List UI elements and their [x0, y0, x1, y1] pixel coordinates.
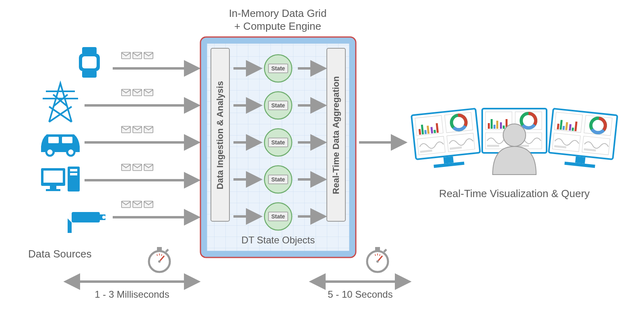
- svg-rect-30: [82, 70, 97, 78]
- visualization-workstation: [411, 109, 617, 175]
- ingestion-box-label: Data Ingestion & Analysis: [215, 81, 225, 189]
- data-sources-label: Data Sources: [28, 248, 92, 260]
- power-tower-icon: [43, 83, 78, 122]
- svg-rect-32: [82, 56, 97, 68]
- svg-rect-46: [72, 212, 100, 222]
- source-arrows: [85, 52, 196, 217]
- smartwatch-icon: [79, 47, 100, 78]
- svg-text:State: State: [271, 65, 285, 72]
- svg-rect-29: [82, 47, 97, 54]
- svg-rect-36: [62, 137, 72, 143]
- svg-point-48: [102, 216, 105, 219]
- svg-rect-42: [46, 189, 60, 191]
- data-sources-column: Data Sources: [28, 47, 105, 260]
- car-icon: [41, 134, 80, 156]
- svg-rect-45: [70, 173, 77, 175]
- timing-left-label: 1 - 3 Milliseconds: [95, 289, 169, 300]
- svg-rect-35: [48, 137, 59, 143]
- svg-text:State: State: [271, 213, 285, 220]
- svg-text:State: State: [271, 102, 285, 109]
- visualization-label: Real-Time Visualization & Query: [439, 187, 590, 200]
- svg-rect-44: [70, 169, 77, 171]
- svg-point-37: [46, 148, 54, 156]
- state-objects-label: DT State Objects: [242, 235, 315, 245]
- grid-title-line2: + Compute Engine: [234, 20, 321, 32]
- stopwatch-icon: [367, 247, 388, 272]
- security-camera-icon: [68, 212, 105, 233]
- svg-text:State: State: [271, 139, 285, 146]
- grid-title-line1: In-Memory Data Grid: [229, 7, 327, 19]
- svg-rect-41: [50, 186, 56, 189]
- timing-right-label: 5 - 10 Seconds: [328, 289, 392, 300]
- aggregation-box-label: Real-Time Data Aggregation: [331, 76, 341, 194]
- desktop-computer-icon: [41, 167, 80, 191]
- svg-point-38: [67, 148, 74, 156]
- svg-text:State: State: [271, 176, 285, 183]
- svg-rect-40: [43, 171, 63, 183]
- stopwatch-icon: [149, 247, 170, 272]
- data-grid-box: Data Ingestion & Analysis Real-Time Data…: [200, 37, 356, 257]
